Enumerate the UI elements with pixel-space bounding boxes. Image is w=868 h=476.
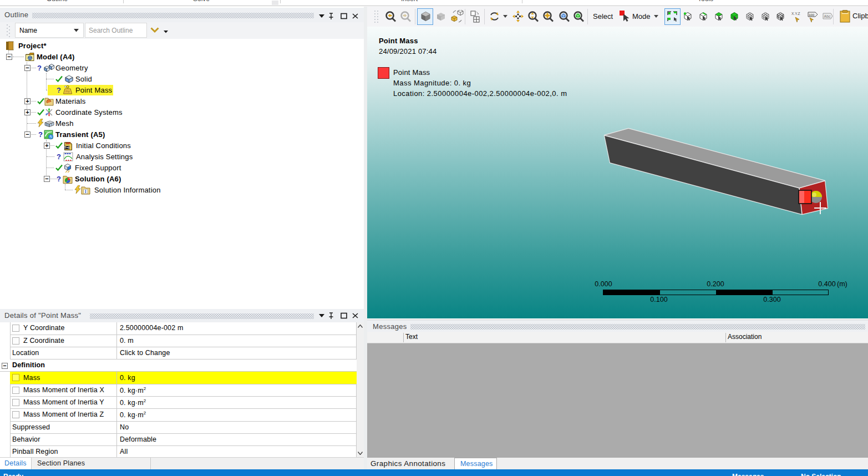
svg-text:X.Y.Z: X.Y.Z [791,12,800,16]
svg-text:Abc: Abc [824,14,831,18]
svg-text:T=0: T=0 [64,146,70,149]
svg-text:100: 100 [809,13,815,17]
svg-text:PM: PM [65,90,70,93]
